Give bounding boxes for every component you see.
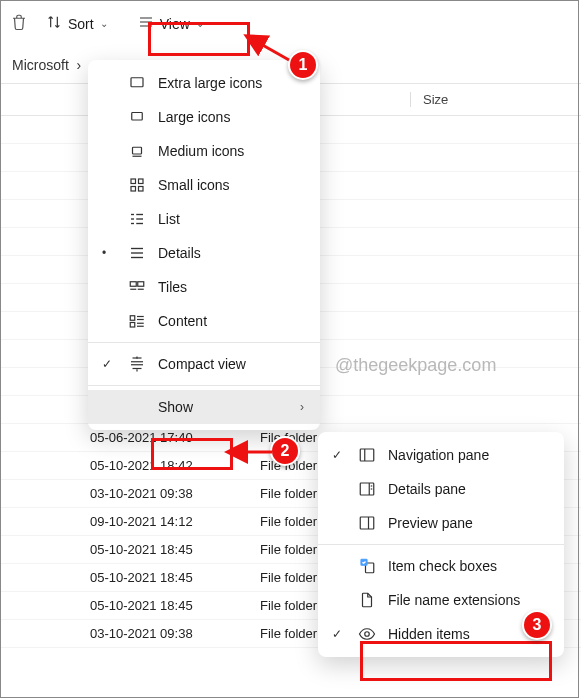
menu-label: Item check boxes	[388, 558, 497, 574]
menu-icon	[358, 557, 376, 575]
menu-item-details[interactable]: •Details	[88, 236, 320, 270]
cell-date: 05-10-2021 18:42	[0, 458, 260, 473]
menu-item-medium-icons[interactable]: Medium icons	[88, 134, 320, 168]
cell-date: 05-10-2021 18:45	[0, 570, 260, 585]
menu-icon	[128, 74, 146, 92]
svg-rect-0	[131, 78, 143, 87]
svg-rect-7	[139, 187, 144, 192]
menu-icon	[358, 625, 376, 643]
chevron-right-icon: ›	[300, 400, 304, 414]
svg-rect-6	[131, 187, 136, 192]
check-icon: ✓	[332, 448, 342, 462]
menu-icon	[128, 142, 146, 160]
submenu-item-file-name-extensions[interactable]: File name extensions	[318, 583, 564, 617]
cell-date: 05-10-2021 18:45	[0, 598, 260, 613]
menu-icon	[128, 108, 146, 126]
menu-item-list[interactable]: List	[88, 202, 320, 236]
cell-date: 05-06-2021 17:40	[0, 430, 260, 445]
menu-label: Extra large icons	[158, 75, 262, 91]
menu-icon	[128, 244, 146, 262]
menu-icon	[128, 312, 146, 330]
cell-date: 03-10-2021 09:38	[0, 486, 260, 501]
menu-item-show[interactable]: Show›	[88, 390, 320, 424]
menu-label: Large icons	[158, 109, 230, 125]
submenu-item-details-pane[interactable]: Details pane	[318, 472, 564, 506]
menu-label: Details	[158, 245, 201, 261]
col-size[interactable]: Size	[410, 92, 530, 107]
menu-label: Navigation pane	[388, 447, 489, 463]
svg-rect-5	[139, 179, 144, 184]
chevron-down-icon: ⌄	[100, 18, 108, 29]
submenu-item-item-check-boxes[interactable]: Item check boxes	[318, 549, 564, 583]
menu-item-tiles[interactable]: Tiles	[88, 270, 320, 304]
menu-icon	[358, 446, 376, 464]
cell-date: 09-10-2021 14:12	[0, 514, 260, 529]
svg-rect-37	[360, 517, 374, 529]
svg-point-41	[365, 632, 370, 637]
menu-label: Details pane	[388, 481, 466, 497]
view-button[interactable]: View ⌄	[126, 8, 216, 39]
bullet-icon: •	[102, 246, 106, 260]
svg-rect-17	[130, 282, 136, 287]
menu-label: List	[158, 211, 180, 227]
menu-label: File name extensions	[388, 592, 520, 608]
menu-label: Preview pane	[388, 515, 473, 531]
delete-icon[interactable]	[10, 13, 28, 35]
check-icon: ✓	[332, 627, 342, 641]
breadcrumb-item[interactable]: Microsoft	[12, 57, 69, 73]
menu-icon	[358, 480, 376, 498]
view-label: View	[160, 16, 190, 32]
cell-date: 05-10-2021 18:45	[0, 542, 260, 557]
menu-item-large-icons[interactable]: Large icons	[88, 100, 320, 134]
svg-rect-2	[133, 147, 142, 154]
svg-rect-24	[130, 323, 135, 328]
cell-date: 03-10-2021 09:38	[0, 626, 260, 641]
menu-label: Medium icons	[158, 143, 244, 159]
annotation-circle-3: 3	[522, 610, 552, 640]
svg-rect-4	[131, 179, 136, 184]
menu-item-compact-view[interactable]: ✓Compact view	[88, 347, 320, 381]
menu-label: Show	[158, 399, 193, 415]
annotation-arrow-1	[253, 40, 293, 74]
sort-button[interactable]: Sort ⌄	[36, 8, 118, 39]
menu-label: Compact view	[158, 356, 246, 372]
svg-rect-18	[138, 282, 144, 287]
sort-label: Sort	[68, 16, 94, 32]
menu-icon	[128, 355, 146, 373]
sort-icon	[46, 14, 62, 33]
menu-icon	[128, 176, 146, 194]
menu-item-content[interactable]: Content	[88, 304, 320, 338]
menu-item-small-icons[interactable]: Small icons	[88, 168, 320, 202]
view-icon	[138, 14, 154, 33]
svg-line-43	[259, 43, 289, 60]
chevron-down-icon: ⌄	[196, 18, 204, 29]
menu-icon	[358, 514, 376, 532]
more-button[interactable]: ···	[224, 9, 261, 38]
menu-label: Hidden items	[388, 626, 470, 642]
watermark: @thegeekpage.com	[335, 355, 496, 376]
svg-rect-31	[360, 449, 374, 461]
svg-rect-21	[130, 316, 135, 321]
menu-label: Tiles	[158, 279, 187, 295]
menu-icon	[358, 591, 376, 609]
svg-rect-1	[132, 113, 143, 121]
menu-icon	[128, 278, 146, 296]
view-menu: Extra large iconsLarge iconsMedium icons…	[88, 60, 320, 430]
menu-label: Small icons	[158, 177, 230, 193]
menu-label: Content	[158, 313, 207, 329]
check-icon: ✓	[102, 357, 112, 371]
menu-icon	[128, 210, 146, 228]
chevron-right-icon: ›	[77, 57, 82, 73]
submenu-item-preview-pane[interactable]: Preview pane	[318, 506, 564, 540]
submenu-item-navigation-pane[interactable]: ✓Navigation pane	[318, 438, 564, 472]
annotation-arrow-2	[236, 442, 276, 466]
